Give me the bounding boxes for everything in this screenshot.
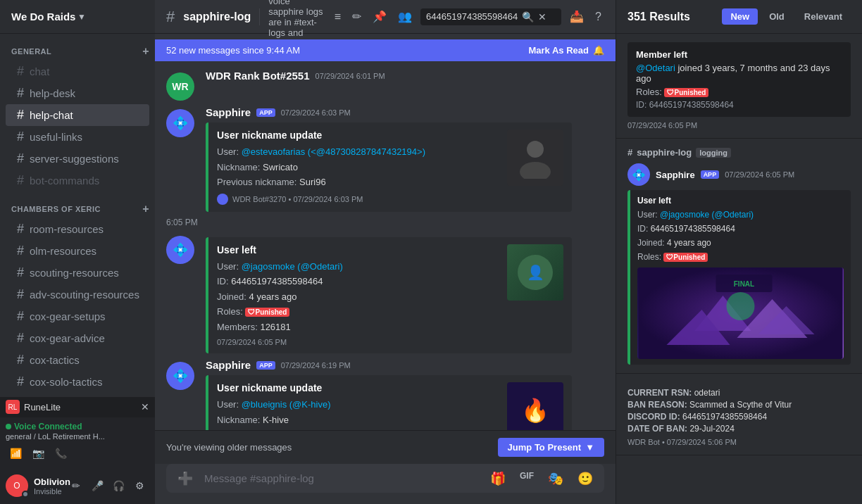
sidebar-item-useful-links[interactable]: # useful-links (6, 126, 149, 148)
inbox-icon[interactable]: 📥 (567, 7, 587, 26)
category-chambers[interactable]: CHAMBERS OF XERIC + (0, 191, 155, 218)
hash-icon: # (17, 108, 24, 122)
hash-icon: # (17, 222, 24, 237)
filter-tab-old[interactable]: Old (761, 8, 793, 25)
category-general[interactable]: GENERAL + (0, 34, 155, 61)
sidebar-bottom: RL RuneLite ✕ Voice Connected general / … (0, 397, 155, 504)
user-controls: ✏ 🎤 🎧 ⚙ (66, 476, 149, 496)
sidebar-item-help-chat[interactable]: # help-chat (6, 104, 149, 126)
avatar: 💠 (166, 362, 194, 390)
server-chevron: ▼ (77, 12, 144, 22)
embed-field: Nickname: K-hive (217, 413, 499, 427)
voice-dot (6, 424, 11, 429)
jump-to-present-button[interactable]: Jump To Present ▼ (498, 438, 604, 457)
message-input-box: ➕ 🎁 GIF 🎭 🙂 (166, 464, 604, 493)
emoji-button[interactable]: 🙂 (572, 465, 599, 492)
message-content: Sapphire APP 07/29/2024 6:19 PM User nic… (206, 359, 604, 430)
voice-channel-name: general / LoL Retirement H... (6, 432, 149, 441)
sidebar-item-server-suggestions[interactable]: # server-suggestions (6, 148, 149, 170)
embed-card: User nickname update User: @estevaofaria… (206, 122, 572, 212)
sidebar-item-scouting-resources[interactable]: # scouting-resources (6, 262, 149, 284)
hash-icon: # (17, 287, 24, 302)
runelite-close-button[interactable]: ✕ (141, 401, 149, 412)
voice-disconnect-button[interactable]: 📞 (51, 443, 70, 463)
message-group: 💠 Sapphire APP 07/29/2024 6:03 PM User n… (155, 103, 616, 215)
threads-icon[interactable]: ≡ (332, 8, 344, 26)
pin-icon[interactable]: 📌 (370, 7, 389, 26)
server-name: We Do Raids (11, 11, 77, 23)
pencil-icon[interactable]: ✏ (66, 476, 86, 496)
avatar: 💠 (166, 236, 194, 264)
embed-field: Joined: 4 years ago (637, 237, 844, 249)
mark-as-read-button[interactable]: Mark As Read 🔔 (529, 45, 605, 56)
help-icon[interactable]: ? (592, 8, 604, 26)
embed-title: User left (217, 244, 499, 256)
embed-field: User: @jagosmoke (@Odetari) (637, 208, 844, 221)
edit-icon[interactable]: ✏ (349, 7, 364, 26)
sidebar-item-cox-gear-setups[interactable]: # cox-gear-setups (6, 305, 149, 327)
new-messages-banner: 52 new messages since 9:44 AM Mark As Re… (155, 39, 616, 61)
svg-point-1 (520, 162, 551, 179)
ban-info: CURRENT RSN: odetari BAN REASON: Scammed… (627, 388, 851, 434)
embed-field: ID: 644651974385598464 (637, 222, 844, 235)
hash-icon: # (17, 173, 24, 188)
mic-button[interactable]: 🎤 (87, 476, 107, 496)
add-channel-general[interactable]: + (142, 45, 149, 58)
voice-signal-icon[interactable]: 📶 (6, 443, 25, 463)
sticker-button[interactable]: 🎭 (542, 465, 569, 492)
sidebar-item-olm-resources[interactable]: # olm-resources (6, 240, 149, 262)
sidebar-item-adv-scouting-resources[interactable]: # adv-scouting-resources (6, 284, 149, 305)
server-header[interactable]: We Do Raids ▼ (0, 0, 155, 34)
member-left-card: Member left @Odetari joined 3 years, 7 m… (627, 42, 851, 117)
embed-footer: WDR Bot#3270 • 07/29/2024 6:03 PM (217, 194, 499, 205)
sidebar-item-bot-commands[interactable]: # bot-commands (6, 170, 149, 191)
message-header: Sapphire APP 07/29/2024 6:03 PM (206, 106, 604, 118)
banner-text: 52 new messages since 9:44 AM (166, 45, 300, 56)
status-dot (22, 491, 29, 498)
message-input[interactable] (204, 464, 479, 493)
input-right-buttons: 🎁 GIF 🎭 🙂 (485, 465, 599, 492)
gif-button[interactable]: GIF (514, 465, 539, 492)
sidebar-item-room-resources[interactable]: # room-resources (6, 218, 149, 240)
filter-tab-new[interactable]: New (722, 8, 758, 25)
embed-title: User nickname update (217, 382, 499, 393)
runelite-bar: RL RuneLite ✕ (0, 397, 155, 417)
settings-button[interactable]: ⚙ (130, 476, 149, 496)
close-search-button[interactable]: ✕ (538, 11, 546, 23)
svg-point-0 (527, 141, 544, 158)
search-input[interactable] (426, 11, 518, 22)
messages-container: 52 new messages since 9:44 AM Mark As Re… (155, 34, 616, 430)
message-author: Sapphire (206, 359, 251, 371)
voice-video-button[interactable]: 📷 (28, 443, 48, 463)
hash-icon: # (17, 151, 24, 166)
headphone-button[interactable]: 🎧 (108, 476, 128, 496)
add-attachment-button[interactable]: ➕ (172, 465, 199, 492)
result-timestamp: 07/29/2024 6:05 PM (627, 121, 851, 130)
footer-bot-icon (217, 194, 228, 205)
filter-tab-relevant[interactable]: Relevant (796, 8, 851, 25)
app-tag: APP (256, 361, 275, 370)
message-group: WR WDR Rank Bot#2551 07/29/2024 6:01 PM (155, 64, 616, 103)
sidebar: We Do Raids ▼ GENERAL + # chat # help-de… (0, 0, 155, 504)
message-input-area: ➕ 🎁 GIF 🎭 🙂 (155, 464, 616, 504)
result-avatar: 💠 (627, 163, 650, 186)
sidebar-item-chat[interactable]: # chat (6, 61, 149, 82)
avatar: O (6, 474, 28, 497)
sidebar-item-cox-tactics[interactable]: # cox-tactics (6, 349, 149, 371)
channel-header: # sapphire-log Text and voice sapphire l… (155, 0, 616, 34)
add-channel-chambers[interactable]: + (142, 203, 149, 215)
message-group: 💠 Sapphire APP 07/29/2024 6:19 PM User n… (155, 356, 616, 430)
embed-thumbnail: 🔥 (507, 382, 563, 430)
members-icon[interactable]: 👥 (395, 7, 415, 26)
member-left-title: Member left (636, 49, 842, 60)
user-status: Invisible (34, 487, 61, 496)
sidebar-item-cox-solo-tactics[interactable]: # cox-solo-tactics (6, 371, 149, 393)
gift-button[interactable]: 🎁 (485, 465, 511, 492)
right-panel-header: 351 Results New Old Relevant (616, 0, 862, 34)
result-timestamp: 07/29/2024 6:05 PM (725, 170, 794, 179)
sidebar-item-help-desk[interactable]: # help-desk (6, 82, 149, 104)
embed-field: Members: 126181 (217, 320, 499, 334)
embed-field: ID: 644651974385598464 (217, 275, 499, 289)
embed-thumbnail: 👤 (507, 244, 563, 301)
sidebar-item-cox-gear-advice[interactable]: # cox-gear-advice (6, 327, 149, 349)
